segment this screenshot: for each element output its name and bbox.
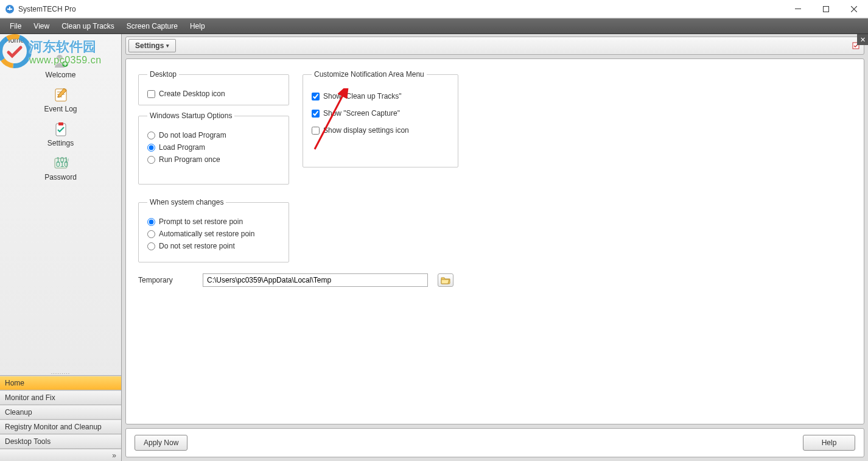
option-label: Load Program [159,143,205,152]
checkbox-input[interactable] [312,110,320,118]
maximize-button[interactable] [812,0,840,18]
sidebar-header: Home [0,34,121,46]
group-system-changes: When system changes Prompt to set restor… [138,198,289,262]
svg-rect-4 [824,6,829,12]
option-label: Automatically set restore poin [159,230,254,238]
checkbox-show-display-settings[interactable]: Show display settings icon [312,126,449,135]
sidebar-item-settings[interactable]: Settings [0,118,121,152]
minimize-button[interactable] [784,0,812,18]
radio-input[interactable] [147,230,155,238]
binary-icon: 101010010101 [52,155,69,172]
temporary-label: Temporary [138,276,193,284]
sidebar: Home Welcome Event Log Settings [0,34,122,461]
menu-help[interactable]: Help [184,19,211,33]
settings-toolbar: Settings ▾ [125,37,864,55]
menu-cleanup-tracks[interactable]: Clean up Tracks [55,19,121,33]
category-cleanup[interactable]: Cleanup [0,405,121,420]
group-legend: When system changes [147,198,226,206]
sidebar-expand-button[interactable]: » [0,449,121,461]
temporary-path-input[interactable] [203,273,428,287]
option-label: Run Program once [159,155,220,164]
sidebar-item-label: Password [44,173,77,181]
tab-close-button[interactable]: ✕ [857,34,868,45]
radio-no-restore[interactable]: Do not set restore point [147,242,280,250]
sidebar-item-password[interactable]: 101010010101 Password [0,152,121,186]
option-label: Show display settings icon [323,126,409,135]
radio-input[interactable] [147,156,155,164]
option-label: Prompt to set restore poin [159,217,243,226]
category-registry[interactable]: Registry Monitor and Cleanup [0,420,121,434]
svg-text:010101: 010101 [56,160,69,169]
user-add-icon [52,52,69,69]
radio-input[interactable] [147,132,155,139]
option-label: Show "Screen Capture" [323,109,400,118]
checkbox-input[interactable] [312,127,320,135]
sidebar-item-label: Settings [47,139,74,147]
clipboard-check-icon [52,121,69,138]
menu-view[interactable]: View [27,19,55,33]
svg-point-5 [57,55,63,61]
radio-do-not-load[interactable]: Do not load Program [147,131,280,139]
chevron-down-icon: ▾ [166,43,169,49]
sidebar-item-event-log[interactable]: Event Log [0,84,121,118]
option-label: Do not load Program [159,131,226,139]
menu-screen-capture[interactable]: Screen Capture [121,19,184,33]
radio-input[interactable] [147,218,155,226]
option-label: Do not set restore point [159,242,235,250]
toolbar-label: Settings [135,41,164,50]
notepad-icon [52,86,69,104]
svg-rect-3 [795,9,801,9]
folder-open-icon [441,276,450,284]
svg-rect-2 [7,9,12,10]
category-monitor-fix[interactable]: Monitor and Fix [0,390,121,405]
sidebar-item-label: Event Log [44,105,77,113]
category-desktop-tools[interactable]: Desktop Tools [0,434,121,449]
group-startup: Windows Startup Options Do not load Prog… [138,111,289,185]
radio-input[interactable] [147,144,155,152]
sidebar-categories: Home Monitor and Fix Cleanup Registry Mo… [0,375,121,449]
footer-bar: Apply Now Help [125,428,864,457]
radio-auto-restore[interactable]: Automatically set restore poin [147,230,280,238]
option-label: Create Desktop icon [159,90,225,98]
sidebar-splitter[interactable]: ∙∙∙∙∙∙∙∙∙ [0,370,121,375]
main-panel: ✕ Settings ▾ Desktop Create Desktop icon [122,34,868,461]
window-title: SystemTECH Pro [18,5,784,13]
group-legend: Desktop [147,70,179,79]
radio-prompt-restore[interactable]: Prompt to set restore poin [147,217,280,226]
menu-file[interactable]: File [4,19,27,33]
help-button[interactable]: Help [803,435,855,451]
sidebar-item-label: Welcome [46,71,76,79]
menubar: File View Clean up Tracks Screen Capture… [0,18,868,34]
checkbox-show-cleanup[interactable]: Show "Clean up Tracks" [312,92,449,100]
temporary-row: Temporary [138,273,852,287]
app-icon [5,4,15,14]
checkbox-input[interactable] [312,93,320,100]
svg-rect-9 [58,122,63,125]
browse-button[interactable] [438,273,453,287]
category-home[interactable]: Home [0,376,121,390]
sidebar-item-welcome[interactable]: Welcome [0,50,121,84]
close-button[interactable] [840,0,868,18]
group-legend: Customize Notification Area Menu [312,70,427,79]
group-legend: Windows Startup Options [147,111,234,120]
checkbox-input[interactable] [147,90,155,98]
chevron-right-icon: » [112,451,116,460]
settings-dropdown[interactable]: Settings ▾ [128,39,176,52]
apply-now-button[interactable]: Apply Now [135,435,187,451]
settings-content: Desktop Create Desktop icon Windows Star… [125,58,864,424]
option-label: Show "Clean up Tracks" [323,92,402,100]
group-notification-menu: Customize Notification Area Menu Show "C… [303,70,458,167]
radio-load-program[interactable]: Load Program [147,143,280,152]
group-desktop: Desktop Create Desktop icon [138,70,289,105]
checkbox-create-desktop-icon[interactable]: Create Desktop icon [147,90,280,98]
checkbox-show-screen-capture[interactable]: Show "Screen Capture" [312,109,449,118]
radio-input[interactable] [147,242,155,250]
radio-run-once[interactable]: Run Program once [147,155,280,164]
titlebar: SystemTECH Pro [0,0,868,18]
